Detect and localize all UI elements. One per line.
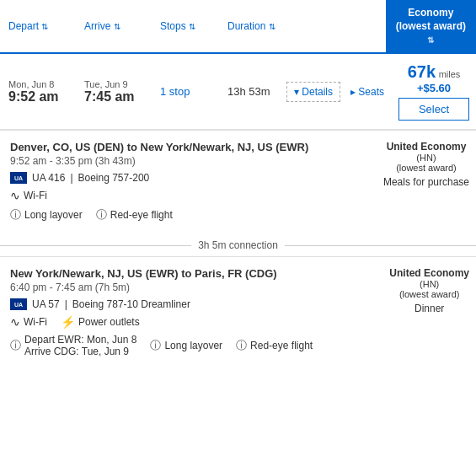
power-icon: ⚡ (61, 315, 75, 329)
segment1-time-range: 9:52 am - 3:35 pm (3h 43m) (10, 155, 366, 167)
segment1-long-layover: ⓘ Long layover (10, 207, 83, 223)
segment2-cabin-code: (HN) (389, 279, 469, 289)
segment1-route: Denver, CO, US (DEN) to New York/Newark,… (10, 141, 366, 153)
segment1-meal: Meals for purchase (383, 176, 469, 188)
depart-note-icon: ⓘ (10, 338, 21, 353)
arrive-sort-icon: ⇅ (114, 22, 120, 31)
miles-value: 67k (408, 62, 436, 81)
segment2-aircraft: Boeing 787-10 Dreamliner (72, 298, 190, 310)
segment2-warnings: ⓘ Depart EWR: Mon, Jun 8 Arrive CDG: Tue… (10, 334, 372, 357)
long-layover-icon-2: ⓘ (150, 338, 161, 353)
segment1-award: (lowest award) (383, 163, 469, 173)
wifi-icon-2: ∿ (10, 315, 20, 329)
segment2-long-layover: ⓘ Long layover (150, 338, 222, 353)
long-layover-icon: ⓘ (10, 207, 21, 223)
economy-sort-icon: ⇅ (427, 35, 434, 46)
segment2-depart-note: ⓘ Depart EWR: Mon, Jun 8 Arrive CDG: Tue… (10, 334, 136, 357)
red-eye-icon-2: ⓘ (236, 338, 247, 353)
depart-col: Mon, Jun 8 9:52 am (0, 79, 76, 105)
segment2-depart-text: Depart EWR: Mon, Jun 8 Arrive CDG: Tue, … (24, 334, 136, 357)
duration-col: 13h 53m (219, 85, 286, 98)
segment2-amenities: ∿ Wi-Fi ⚡ Power outlets (10, 315, 372, 329)
arrive-header[interactable]: Arrive ⇅ (76, 20, 152, 32)
header-row: Depart ⇅ Arrive ⇅ Stops ⇅ Duration ⇅ Eco… (0, 0, 476, 54)
segment2-flight-info: UA UA 57 | Boeing 787-10 Dreamliner (10, 298, 372, 310)
segment1-left: Denver, CO, US (DEN) to New York/Newark,… (0, 141, 377, 224)
segment2-wifi: ∿ Wi-Fi (10, 315, 47, 329)
arrive-col: Tue, Jun 9 7:45 am (76, 79, 152, 105)
segment2-cabin: United Economy (389, 267, 469, 279)
segment2-route: New York/Newark, NJ, US (EWR) to Paris, … (10, 267, 372, 280)
segment2-flight-number: UA 57 (32, 298, 60, 310)
details-button[interactable]: ▾ Details (286, 82, 340, 102)
depart-sort-icon: ⇅ (41, 22, 48, 31)
stops-sort-icon: ⇅ (189, 22, 195, 31)
depart-date: Mon, Jun 8 (8, 79, 67, 89)
segment2-red-eye: ⓘ Red-eye flight (236, 338, 313, 353)
segment1-cabin: United Economy (383, 141, 469, 153)
connection-bar: 3h 5m connection (0, 234, 476, 256)
seats-button[interactable]: ▸ Seats (344, 83, 391, 101)
segment2-award: (lowest award) (389, 289, 469, 299)
duration-header[interactable]: Duration ⇅ (219, 20, 286, 32)
segment2-right: United Economy (HN) (lowest award) Dinne… (382, 267, 476, 314)
miles-label: miles (439, 69, 461, 79)
segment1-warnings: ⓘ Long layover ⓘ Red-eye flight (10, 207, 366, 223)
segment2-airline-logo: UA (10, 298, 27, 310)
segment1-section: Denver, CO, US (DEN) to New York/Newark,… (0, 130, 476, 234)
segment2-meal: Dinner (389, 303, 469, 314)
price-col: 67k miles +$5.60 Select (392, 62, 476, 121)
stops-col: 1 stop (152, 85, 219, 98)
select-button[interactable]: Select (398, 98, 469, 121)
segment1-right: United Economy (HN) (lowest award) Meals… (377, 141, 476, 188)
red-eye-icon: ⓘ (96, 207, 107, 223)
segment1-flight-number: UA 416 (32, 172, 65, 184)
arrive-date: Tue, Jun 9 (84, 79, 143, 89)
depart-time: 9:52 am (8, 89, 67, 105)
fee-label: +$5.60 (398, 82, 469, 94)
segment1-flight-info: UA UA 416 | Boeing 757-200 (10, 172, 366, 184)
actions-col: ▾ Details ▸ Seats (286, 82, 392, 102)
connection-label: 3h 5m connection (191, 239, 285, 251)
segment1-wifi: ∿ Wi-Fi (10, 189, 47, 202)
economy-header[interactable]: Economy (lowest award) ⇅ (386, 0, 476, 52)
flight-summary-row: Mon, Jun 8 9:52 am Tue, Jun 9 7:45 am 1 … (0, 54, 476, 130)
segment2-left: New York/Newark, NJ, US (EWR) to Paris, … (0, 267, 382, 359)
depart-header[interactable]: Depart ⇅ (0, 20, 76, 32)
segment2-time-range: 6:40 pm - 7:45 am (7h 5m) (10, 282, 372, 293)
segment1-aircraft: Boeing 757-200 (78, 172, 150, 184)
segment2-power: ⚡ Power outlets (61, 315, 140, 329)
segment1-airline-logo: UA (10, 172, 27, 184)
segment1-red-eye: ⓘ Red-eye flight (96, 207, 173, 223)
arrive-time: 7:45 am (84, 89, 143, 105)
wifi-icon: ∿ (10, 189, 20, 202)
segment1-amenities: ∿ Wi-Fi (10, 189, 366, 202)
stops-header[interactable]: Stops ⇅ (152, 20, 219, 32)
segment2-section: New York/Newark, NJ, US (EWR) to Paris, … (0, 256, 476, 369)
duration-sort-icon: ⇅ (269, 22, 275, 31)
segment1-cabin-code: (HN) (383, 153, 469, 163)
